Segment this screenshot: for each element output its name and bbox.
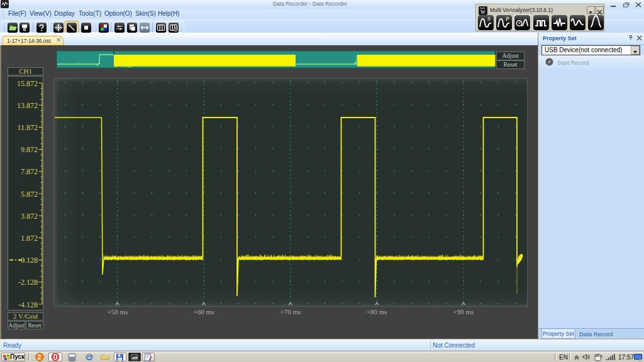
svg-text:2: 2 bbox=[38, 354, 42, 361]
svg-text:S: S bbox=[487, 16, 491, 22]
svg-text:P: P bbox=[505, 16, 509, 22]
svg-text:W: W bbox=[480, 9, 486, 15]
